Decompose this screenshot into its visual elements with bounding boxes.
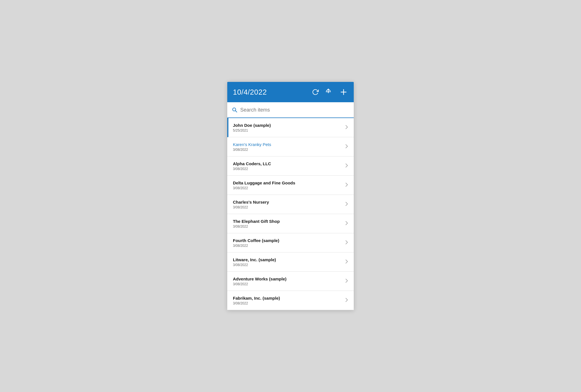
search-input[interactable]: [240, 107, 349, 113]
chevron-right-icon: [345, 202, 348, 207]
item-name: Adventure Works (sample): [233, 276, 342, 281]
list-item[interactable]: The Elephant Gift Shop3/08/2022: [227, 214, 354, 233]
item-name: Karen's Kranky Pets: [233, 142, 342, 147]
list-item[interactable]: Fourth Coffee (sample)3/08/2022: [227, 233, 354, 252]
add-icon[interactable]: [339, 88, 348, 97]
item-name: The Elephant Gift Shop: [233, 219, 342, 224]
items-list: John Doe (sample)5/25/2021Karen's Kranky…: [227, 118, 354, 310]
header-title: 10/4/2022: [233, 88, 267, 97]
list-item[interactable]: Karen's Kranky Pets3/08/2022: [227, 137, 354, 156]
item-name: Alpha Coders, LLC: [233, 161, 342, 166]
item-name: John Doe (sample): [233, 123, 342, 128]
item-date: 3/08/2022: [233, 148, 342, 152]
search-bar: [227, 102, 354, 118]
chevron-right-icon: [345, 221, 348, 226]
item-name: Fourth Coffee (sample): [233, 238, 342, 243]
list-item[interactable]: Charles's Nursery3/08/2022: [227, 195, 354, 214]
item-date: 3/08/2022: [233, 167, 342, 171]
item-date: 3/08/2022: [233, 205, 342, 209]
list-item[interactable]: Fabrikam, Inc. (sample)3/08/2022: [227, 291, 354, 310]
chevron-right-icon: [345, 240, 348, 245]
chevron-right-icon: [345, 298, 348, 303]
list-item[interactable]: Adventure Works (sample)3/08/2022: [227, 272, 354, 291]
search-icon: [232, 107, 237, 113]
item-date: 5/25/2021: [233, 129, 342, 132]
chevron-right-icon: [345, 125, 348, 130]
chevron-right-icon: [345, 144, 348, 149]
chevron-right-icon: [345, 163, 348, 169]
svg-line-5: [235, 111, 237, 112]
item-name: Delta Luggage and Fine Goods: [233, 180, 342, 185]
item-date: 3/08/2022: [233, 301, 342, 305]
item-name: Charles's Nursery: [233, 200, 342, 204]
item-date: 3/08/2022: [233, 282, 342, 286]
list-item[interactable]: Alpha Coders, LLC3/08/2022: [227, 156, 354, 176]
header-actions: [311, 88, 348, 97]
item-date: 3/08/2022: [233, 186, 342, 190]
app-container: 10/4/2022: [227, 82, 354, 310]
chevron-right-icon: [345, 259, 348, 265]
sort-icon[interactable]: [325, 88, 334, 97]
item-date: 3/08/2022: [233, 225, 342, 228]
chevron-right-icon: [345, 278, 348, 284]
list-item[interactable]: John Doe (sample)5/25/2021: [227, 118, 354, 137]
header: 10/4/2022: [227, 82, 354, 102]
refresh-icon[interactable]: [311, 88, 320, 97]
item-name: Litware, Inc. (sample): [233, 257, 342, 262]
item-date: 3/08/2022: [233, 263, 342, 267]
item-date: 3/08/2022: [233, 244, 342, 248]
list-item[interactable]: Delta Luggage and Fine Goods3/08/2022: [227, 176, 354, 195]
list-item[interactable]: Litware, Inc. (sample)3/08/2022: [227, 252, 354, 272]
item-name: Fabrikam, Inc. (sample): [233, 296, 342, 300]
chevron-right-icon: [345, 182, 348, 188]
